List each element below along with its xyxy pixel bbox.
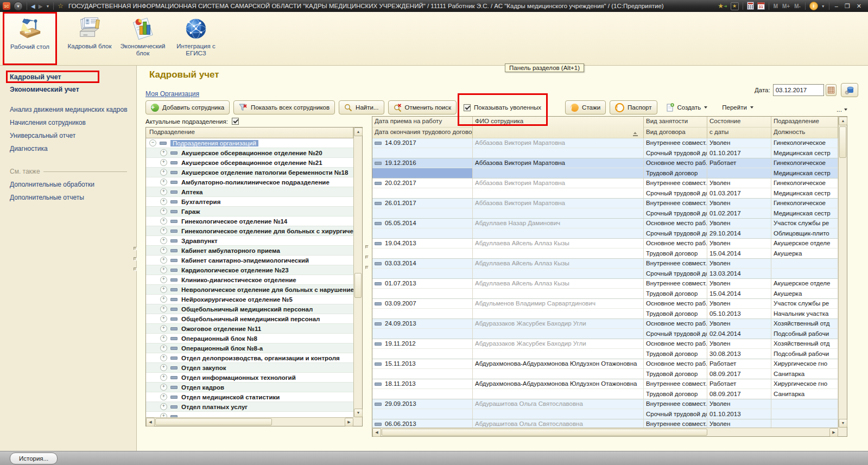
tree-row[interactable]: + Аптека bbox=[146, 187, 353, 197]
experience-button[interactable]: i Стажи bbox=[565, 100, 606, 114]
table-row[interactable]: 05.05.2014 Абдуллаев Назар Даминович Осн… bbox=[372, 219, 838, 239]
col-hire-date[interactable]: Дата приема на работу bbox=[372, 117, 473, 128]
expand-icon[interactable]: + bbox=[160, 247, 167, 254]
tree-row[interactable]: + Гараж bbox=[146, 207, 353, 216]
tree-row[interactable]: + Бухгалтерия bbox=[146, 197, 353, 207]
tree-vertical-scrollbar[interactable]: ▲ ▼ bbox=[353, 128, 362, 417]
expand-icon[interactable]: + bbox=[160, 266, 167, 273]
expand-icon[interactable]: − bbox=[149, 139, 156, 146]
tree-row[interactable]: + Кабинет санитарно-эпидемиологический bbox=[146, 256, 353, 265]
sidebar-item-dop-otchety[interactable]: Дополнительные отчеты bbox=[10, 194, 84, 201]
tree-row[interactable]: + Акушерское отделение патологии беремен… bbox=[146, 168, 353, 177]
show-all-employees-button[interactable]: Показать всех сотрудников bbox=[233, 100, 335, 114]
table-row[interactable]: 24.09.2013 Абдураззаков Жасурбек Баходир… bbox=[372, 319, 838, 339]
col-department[interactable]: Подразделение bbox=[771, 117, 838, 128]
expand-icon[interactable]: + bbox=[160, 257, 167, 264]
restore-button[interactable]: ❐ bbox=[845, 3, 850, 10]
section-desktop[interactable]: Рабочий стол bbox=[3, 12, 56, 65]
favorites-list-icon[interactable]: ★ bbox=[731, 2, 739, 10]
tree-row[interactable]: + Неврологическое отделение для больных … bbox=[146, 285, 353, 295]
tree-row[interactable]: + Амбулаторно-поликлиническое подразделе… bbox=[146, 177, 353, 187]
favorites-star-icon[interactable]: ☆ bbox=[58, 2, 64, 10]
sidebar-splitter[interactable] bbox=[134, 247, 137, 271]
tree-row[interactable]: + Отдел платных услуг bbox=[146, 402, 353, 412]
table-row[interactable]: 19.12.2016 Аббазова Виктория Маратовна О… bbox=[372, 158, 838, 179]
tree-row[interactable]: + Общебольничный медицинский персонал bbox=[146, 304, 353, 314]
info-icon[interactable]: i bbox=[809, 2, 818, 10]
expand-icon[interactable]: + bbox=[160, 188, 167, 195]
tree-row[interactable]: − Подразделения организаций bbox=[146, 138, 353, 148]
tree-body[interactable]: − Подразделения организаций + Акушерское… bbox=[146, 138, 353, 417]
expand-icon[interactable]: + bbox=[160, 179, 167, 186]
table-row[interactable]: 15.11.2013 Абдурахмонова-Абдурахмонова Ю… bbox=[372, 359, 838, 379]
section-egisz-integration[interactable]: Интеграция с ЕГИСЗ bbox=[169, 12, 223, 65]
date-input[interactable]: 03.12.2017 bbox=[773, 84, 824, 96]
expand-icon[interactable]: + bbox=[160, 169, 167, 176]
scrollbar-thumb[interactable] bbox=[382, 429, 707, 436]
section-hr-block[interactable]: Кадровый блок bbox=[63, 12, 116, 65]
tree-row[interactable]: + Операционный блок №8 bbox=[146, 334, 353, 343]
expand-icon[interactable]: + bbox=[160, 237, 167, 244]
table-body[interactable]: 14.09.2017 Аббазова Виктория Маратовна В… bbox=[372, 138, 838, 428]
sidebar-item-dop-obrabotki[interactable]: Дополнительные обработки bbox=[10, 181, 94, 188]
tree-row[interactable]: + Здравпункт bbox=[146, 236, 353, 246]
passport-button[interactable]: ! Паспорт bbox=[610, 100, 657, 114]
memory-m-button[interactable]: M bbox=[774, 3, 778, 9]
tree-column-header[interactable]: Подразделение bbox=[146, 128, 353, 138]
tree-row[interactable]: + Отдел информационных технологий bbox=[146, 373, 353, 383]
expand-icon[interactable]: + bbox=[160, 335, 167, 342]
tree-row[interactable]: + Операционный блок №8-а bbox=[146, 343, 353, 353]
scroll-up-icon[interactable]: ▲ bbox=[839, 117, 847, 125]
expand-icon[interactable]: + bbox=[160, 149, 167, 156]
sidebar-item-universalny-otchet[interactable]: Универсальный отчет bbox=[10, 132, 75, 139]
my-organization-link[interactable]: Моя Организация bbox=[145, 90, 199, 98]
expand-icon[interactable]: + bbox=[160, 286, 167, 293]
sidebar-item-diagnostika[interactable]: Диагностика bbox=[10, 145, 48, 152]
expand-icon[interactable]: + bbox=[160, 227, 167, 234]
show-fired-toggle[interactable]: Показывать уволенных bbox=[460, 104, 544, 111]
table-row[interactable]: 20.02.2017 Аббазова Виктория Маратовна В… bbox=[372, 179, 838, 199]
scroll-up-icon[interactable]: ▲ bbox=[354, 128, 363, 136]
minimize-button[interactable]: – bbox=[835, 3, 838, 9]
memory-m-plus-button[interactable]: M+ bbox=[782, 3, 790, 9]
expand-icon[interactable]: + bbox=[160, 364, 167, 371]
show-fired-checkbox[interactable] bbox=[464, 104, 471, 111]
list-settings-button[interactable]: ⚙ bbox=[841, 83, 858, 97]
expand-icon[interactable]: + bbox=[160, 315, 167, 322]
tree-row[interactable]: + Нейрохирургическое отделение №5 bbox=[146, 295, 353, 304]
tree-row[interactable]: + Отдел медицинской статистики bbox=[146, 392, 353, 402]
col-employment-type[interactable]: Вид занятости bbox=[644, 117, 707, 128]
expand-icon[interactable]: + bbox=[160, 354, 167, 361]
expand-icon[interactable]: + bbox=[160, 198, 167, 205]
actual-departments-checkbox[interactable] bbox=[232, 118, 239, 125]
table-row[interactable]: 03.09.2007 Абдульменов Владимир Сарвартд… bbox=[372, 299, 838, 319]
add-favorite-icon[interactable]: ★➜ bbox=[718, 2, 727, 10]
tree-row[interactable]: + bbox=[146, 412, 353, 417]
table-row[interactable]: 19.04.2013 Абдуллаева Айсель Аллаз Кызы … bbox=[372, 239, 838, 259]
find-button[interactable]: Найти... bbox=[339, 100, 384, 114]
tree-row[interactable]: + Общебольничный немедицинский персонал bbox=[146, 314, 353, 324]
more-actions-button[interactable]: ... bbox=[837, 106, 847, 113]
tree-row[interactable]: + Клинико-диагностическое отделение bbox=[146, 275, 353, 285]
tree-row[interactable]: + Акушерское обсервационное отделение №2… bbox=[146, 148, 353, 158]
scrollbar-thumb[interactable] bbox=[839, 126, 846, 158]
expand-icon[interactable]: + bbox=[160, 345, 167, 352]
scroll-down-icon[interactable]: ▼ bbox=[839, 419, 847, 428]
col-state[interactable]: Состояние bbox=[707, 117, 771, 128]
table-row[interactable]: 03.03.2014 Абдуллаева Айсель Аллаз Кызы … bbox=[372, 259, 838, 279]
expand-icon[interactable]: + bbox=[160, 393, 167, 400]
table-row[interactable]: 01.07.2013 Абдуллаева Айсель Аллаз Кызы … bbox=[372, 279, 838, 299]
sidebar-item-kadrovy-uchet[interactable]: Кадровый учет bbox=[10, 73, 61, 81]
expand-icon[interactable]: + bbox=[160, 403, 167, 410]
tree-row[interactable]: + Отдел кадров bbox=[146, 383, 353, 392]
back-arrow-icon[interactable]: ◀ bbox=[31, 3, 35, 9]
table-row[interactable]: 29.09.2013 Абдурашитова Ольга Святославо… bbox=[372, 399, 838, 419]
close-button[interactable]: ✕ bbox=[857, 3, 861, 10]
cancel-search-button[interactable]: Отменить поиск bbox=[388, 100, 457, 114]
expand-icon[interactable]: + bbox=[160, 305, 167, 313]
table-row[interactable]: 19.11.2012 Абдураззаков Жасурбек Баходир… bbox=[372, 339, 838, 359]
table-vertical-scrollbar[interactable]: ▲ ▼ bbox=[838, 117, 847, 428]
scroll-right-icon[interactable]: ▶ bbox=[345, 418, 353, 426]
expand-icon[interactable]: + bbox=[160, 296, 167, 303]
col-state-date[interactable]: с даты bbox=[707, 128, 771, 138]
